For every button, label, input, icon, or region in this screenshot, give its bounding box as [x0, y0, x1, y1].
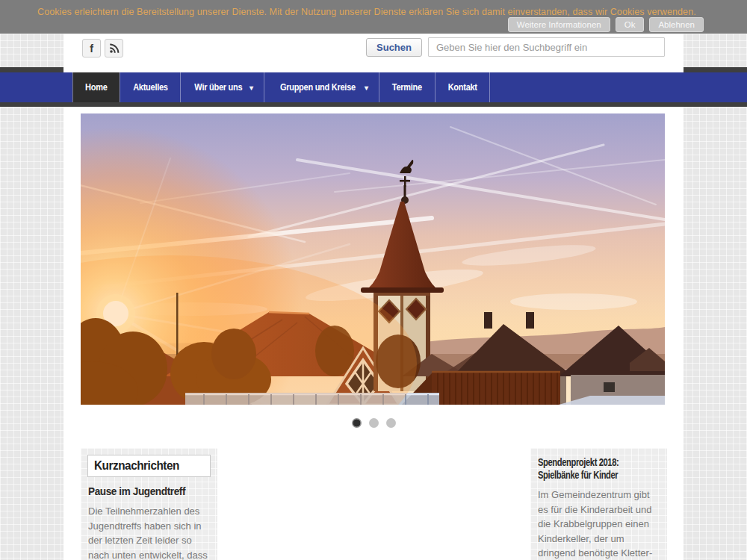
slider-dot-2[interactable]	[369, 418, 379, 428]
social-links: f	[82, 39, 123, 57]
nav-item-gruppen-und-kreise[interactable]: Gruppen und Kreise ▾	[264, 72, 379, 102]
content-columns: Kurznachrichten Pause im Jugendtreff Die…	[63, 448, 684, 560]
module-spendenprojekt: Spendenprojekt 2018: Spielbänke für Kind…	[530, 448, 667, 560]
page-container: f Suchen	[63, 34, 684, 560]
caret-down-icon: ▾	[249, 84, 253, 92]
nav-item-aktuelles[interactable]: Aktuelles	[120, 72, 181, 102]
cookie-message: Cookies erleichtern die Bereitstellung u…	[37, 7, 696, 17]
search-button[interactable]: Suchen	[366, 38, 422, 57]
nav-item-home[interactable]: Home	[72, 72, 120, 102]
slider-dot-1[interactable]	[352, 418, 362, 428]
nav-item-termine[interactable]: Termine	[379, 72, 435, 102]
rss-button[interactable]	[105, 39, 123, 57]
nav-item-wir-ueber-uns[interactable]: Wir über uns ▾	[180, 72, 264, 102]
hero-slider[interactable]	[81, 113, 665, 405]
facebook-icon: f	[90, 43, 93, 54]
slide-church-sunset-image	[81, 113, 665, 405]
site-header: f Suchen	[63, 34, 684, 72]
cookie-buttons: Weitere Informationen Ok Ablehnen	[508, 17, 704, 32]
cookie-decline-button[interactable]: Ablehnen	[649, 17, 704, 32]
facebook-button[interactable]: f	[82, 39, 101, 57]
article-title-link[interactable]: Pause im Jugendtreff	[88, 485, 210, 497]
main-navbar: Home Aktuelles Wir über uns ▾ Gruppen un…	[0, 72, 747, 102]
cookie-banner: Cookies erleichtern die Bereitstellung u…	[0, 0, 747, 34]
article-intro-text: Im Gemeindezentrum gibt es für die Kinde…	[538, 488, 660, 560]
article-title-link[interactable]: Spendenprojekt 2018: Spielbänke für Kind…	[538, 456, 660, 481]
search-bar: Suchen	[366, 37, 665, 57]
rss-icon	[109, 43, 120, 54]
cookie-info-button[interactable]: Weitere Informationen	[508, 17, 610, 32]
module-kurznachrichten: Kurznachrichten Pause im Jugendtreff Die…	[81, 448, 217, 560]
nav-menu: Home Aktuelles Wir über uns ▾ Gruppen un…	[63, 72, 684, 102]
module-title: Kurznachrichten	[87, 455, 211, 477]
slider-dot-3[interactable]	[386, 418, 396, 428]
slider-pagination	[63, 418, 684, 428]
nav-item-kontakt[interactable]: Kontakt	[435, 72, 490, 102]
caret-down-icon: ▾	[365, 84, 368, 92]
cookie-ok-button[interactable]: Ok	[616, 17, 645, 32]
article-intro-text: Die Teilnehmerzahlen des Jugendtreffs ha…	[88, 504, 210, 560]
search-input[interactable]	[428, 37, 665, 57]
